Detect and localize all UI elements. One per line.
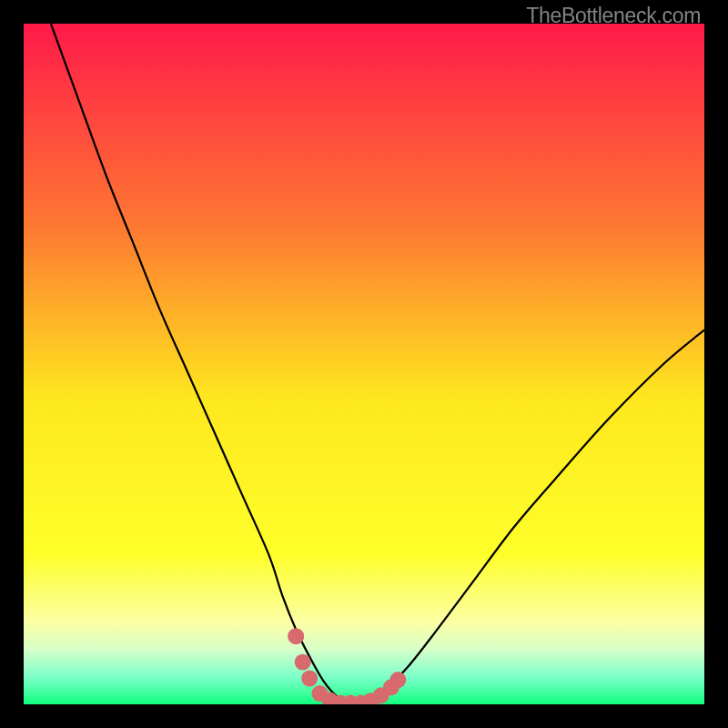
marker-dot	[301, 671, 318, 687]
marker-dot	[389, 672, 406, 688]
heatmap-background	[24, 24, 704, 704]
watermark-text: TheBottleneck.com	[526, 4, 701, 28]
bottleneck-chart	[24, 24, 704, 704]
marker-dot	[295, 654, 311, 671]
chart-canvas	[24, 24, 704, 704]
marker-dot	[288, 628, 304, 644]
